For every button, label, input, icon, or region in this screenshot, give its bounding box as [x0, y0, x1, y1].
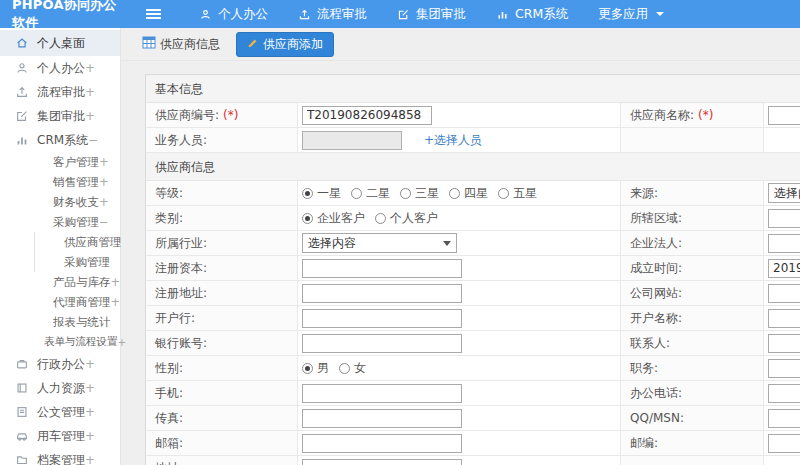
- form-row-bank-accountname: 开户行: 开户名称:: [146, 306, 800, 331]
- nav-workflow-approval[interactable]: 流程审批: [298, 6, 367, 23]
- radio-icon[interactable]: [498, 188, 509, 199]
- sidebar-item-form-workflow-settings[interactable]: 表单与流程设置 +: [0, 332, 120, 352]
- sidebar-item-workflow-approval[interactable]: 流程审批 +: [0, 80, 120, 104]
- nav-personal-office[interactable]: 个人办公: [199, 6, 268, 23]
- grade-radio-5star[interactable]: 五星: [498, 185, 537, 202]
- source-select[interactable]: 选择内容: [768, 183, 800, 203]
- region-input[interactable]: [768, 209, 800, 228]
- expand-icon[interactable]: +: [85, 61, 95, 75]
- reg-address-input[interactable]: [302, 284, 462, 303]
- expand-icon[interactable]: +: [111, 275, 121, 289]
- sidebar-item-archive-mgmt[interactable]: 档案管理 +: [0, 448, 120, 465]
- collapse-icon[interactable]: −: [99, 215, 109, 229]
- email-input[interactable]: [302, 434, 462, 453]
- category-radio-personal[interactable]: 个人客户: [375, 210, 438, 227]
- mobile-input[interactable]: [302, 384, 462, 403]
- collapse-icon[interactable]: −: [88, 133, 98, 147]
- expand-icon[interactable]: +: [99, 195, 109, 209]
- sidebar-item-supplier-mgmt[interactable]: 供应商管理: [34, 232, 120, 252]
- contact-input[interactable]: [768, 334, 800, 353]
- grade-radio-2star[interactable]: 二星: [351, 185, 390, 202]
- region-label: 所辖区域:: [630, 210, 682, 227]
- book-icon: [15, 381, 29, 395]
- nav-crm-system[interactable]: CRM系统: [496, 6, 568, 23]
- sidebar-item-purchase-mgmt[interactable]: 采购管理 −: [0, 212, 120, 232]
- nav-group-approval[interactable]: 集团审批: [397, 6, 466, 23]
- website-label: 公司网站:: [630, 285, 682, 302]
- gender-radio-female[interactable]: 女: [339, 360, 366, 377]
- sidebar-item-document-mgmt[interactable]: 公文管理 +: [0, 400, 120, 424]
- section-header-basic: 基本信息: [146, 75, 800, 103]
- sidebar-item-sales-mgmt[interactable]: 销售管理 +: [0, 172, 120, 192]
- expand-icon[interactable]: +: [99, 155, 109, 169]
- expand-icon[interactable]: +: [99, 175, 109, 189]
- category-radio-enterprise[interactable]: 企业客户: [302, 210, 365, 227]
- grade-radio-1star[interactable]: 一星: [302, 185, 341, 202]
- address-input[interactable]: [302, 459, 462, 465]
- radio-checked-icon[interactable]: [302, 363, 313, 374]
- sidebar-item-reports[interactable]: 报表与统计: [0, 312, 120, 332]
- legal-person-input[interactable]: [768, 234, 800, 253]
- sidebar-item-admin-office[interactable]: 行政办公 +: [0, 352, 120, 376]
- expand-icon[interactable]: +: [85, 85, 95, 99]
- qq-msn-input[interactable]: [768, 409, 800, 428]
- staff-input[interactable]: [302, 131, 402, 150]
- grade-radio-3star[interactable]: 三星: [400, 185, 439, 202]
- bank-label: 开户行:: [155, 310, 195, 327]
- sidebar-item-agent-mgmt[interactable]: 代理商管理 +: [0, 292, 120, 312]
- fax-label: 传真:: [155, 410, 183, 427]
- expand-icon[interactable]: +: [111, 295, 121, 309]
- supplier-code-input[interactable]: [302, 106, 432, 125]
- expand-icon[interactable]: +: [85, 357, 95, 371]
- tab-supplier-info[interactable]: 供应商信息: [134, 33, 228, 56]
- sidebar-item-crm-system[interactable]: CRM系统 −: [0, 128, 120, 152]
- position-input[interactable]: [768, 359, 800, 378]
- sidebar-item-vehicle-mgmt[interactable]: 用车管理 +: [0, 424, 120, 448]
- bank-input[interactable]: [302, 309, 462, 328]
- grade-radio-4star[interactable]: 四星: [449, 185, 488, 202]
- founded-date-input[interactable]: [768, 259, 800, 278]
- expand-icon[interactable]: +: [85, 381, 95, 395]
- expand-icon[interactable]: +: [85, 405, 95, 419]
- nav-more-apps[interactable]: 更多应用: [598, 6, 664, 23]
- doc-icon: [15, 405, 29, 419]
- sidebar-item-purchasing[interactable]: 采购管理: [34, 252, 120, 272]
- sidebar-item-customer-mgmt[interactable]: 客户管理 +: [0, 152, 120, 172]
- radio-icon[interactable]: [351, 188, 362, 199]
- source-label: 来源:: [630, 185, 658, 202]
- radio-icon[interactable]: [339, 363, 350, 374]
- gender-radio-male[interactable]: 男: [302, 360, 329, 377]
- radio-icon[interactable]: [375, 213, 386, 224]
- select-staff-link[interactable]: +选择人员: [424, 132, 482, 149]
- website-input[interactable]: [768, 284, 800, 303]
- office-phone-input[interactable]: [768, 384, 800, 403]
- sidebar-item-personal-office[interactable]: 个人办公 +: [0, 56, 120, 80]
- radio-checked-icon[interactable]: [302, 188, 313, 199]
- account-no-input[interactable]: [302, 334, 462, 353]
- capital-input[interactable]: [302, 259, 462, 278]
- account-name-input[interactable]: [768, 309, 800, 328]
- fax-input[interactable]: [302, 409, 462, 428]
- sidebar-item-hr[interactable]: 人力资源 +: [0, 376, 120, 400]
- required-mark: (*): [223, 108, 238, 122]
- section-header-supplier: 供应商信息: [146, 153, 800, 181]
- hamburger-icon[interactable]: [146, 13, 161, 15]
- supplier-name-input[interactable]: [768, 106, 800, 125]
- sidebar-item-group-approval[interactable]: 集团审批 +: [0, 104, 120, 128]
- industry-select[interactable]: 选择内容: [302, 233, 457, 253]
- sidebar-item-personal-desktop[interactable]: 个人桌面: [0, 30, 120, 56]
- car-icon: [15, 429, 29, 443]
- mobile-label: 手机:: [155, 385, 183, 402]
- tab-supplier-add[interactable]: 供应商添加: [236, 32, 334, 57]
- radio-icon[interactable]: [449, 188, 460, 199]
- expand-icon[interactable]: +: [85, 429, 95, 443]
- account-name-label: 开户名称:: [630, 310, 682, 327]
- radio-checked-icon[interactable]: [302, 213, 313, 224]
- expand-icon[interactable]: +: [85, 453, 95, 465]
- sidebar-item-finance[interactable]: 财务收支 +: [0, 192, 120, 212]
- zip-input[interactable]: [768, 434, 800, 453]
- expand-icon[interactable]: +: [85, 109, 95, 123]
- sidebar-item-product-inventory[interactable]: 产品与库存 +: [0, 272, 120, 292]
- form-row-fax-qq: 传真: QQ/MSN:: [146, 406, 800, 431]
- radio-icon[interactable]: [400, 188, 411, 199]
